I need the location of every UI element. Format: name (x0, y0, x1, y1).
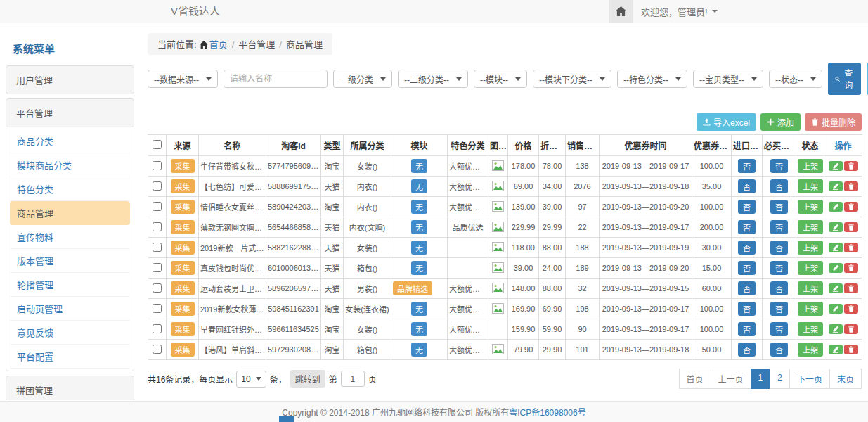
next-page-button[interactable]: 下一页 (789, 369, 830, 389)
sidebar-subitem[interactable]: 模块商品分类 (10, 153, 130, 177)
imported-toggle-button[interactable]: 否 (738, 200, 756, 214)
add-button[interactable]: 添加 (760, 113, 801, 131)
sidebar-subitem[interactable]: 商品分类 (10, 129, 130, 153)
imported-toggle-button[interactable]: 否 (738, 302, 756, 316)
status-button[interactable]: 上架 (798, 322, 823, 336)
sidebar-item[interactable]: 拼团管理 (6, 376, 134, 400)
last-page-button[interactable]: 末页 (829, 369, 862, 389)
imported-toggle-button[interactable]: 否 (738, 159, 756, 173)
page-number-button[interactable]: 2 (770, 369, 790, 389)
status-button[interactable]: 上架 (798, 241, 823, 255)
row-checkbox[interactable] (153, 202, 162, 211)
status-button[interactable]: 上架 (798, 200, 823, 214)
first-page-button[interactable]: 首页 (679, 369, 711, 389)
row-checkbox[interactable] (153, 181, 162, 191)
sidebar-item-platform[interactable]: 平台管理 (6, 98, 134, 127)
row-checkbox[interactable] (153, 283, 162, 293)
must-buy-toggle-button[interactable]: 否 (770, 302, 788, 316)
breadcrumb-home-link[interactable]: 首页 (209, 39, 228, 50)
row-checkbox[interactable] (153, 324, 162, 333)
sidebar-subitem[interactable]: 版本管理 (10, 249, 130, 273)
row-checkbox[interactable] (153, 304, 162, 313)
delete-button[interactable] (844, 202, 858, 212)
must-buy-toggle-button[interactable]: 否 (770, 220, 788, 234)
delete-button[interactable] (844, 324, 858, 334)
edit-button[interactable] (829, 181, 843, 191)
must-buy-toggle-button[interactable]: 否 (770, 241, 788, 255)
filter-select[interactable]: --模块下分类-- (533, 70, 611, 88)
status-button[interactable]: 上架 (798, 302, 823, 316)
must-buy-toggle-button[interactable]: 否 (770, 343, 788, 357)
filter-select[interactable]: --二级分类-- (398, 70, 468, 88)
edit-button[interactable] (829, 243, 843, 252)
must-buy-toggle-button[interactable]: 否 (770, 281, 788, 295)
filter-select-data-source[interactable]: --数据来源-- (148, 70, 218, 88)
delete-button[interactable] (844, 243, 858, 252)
status-button[interactable]: 上架 (798, 281, 823, 295)
jump-page-input[interactable] (341, 371, 365, 387)
must-buy-toggle-button[interactable]: 否 (770, 159, 788, 173)
delete-button[interactable] (844, 222, 858, 232)
filter-select[interactable]: 一级分类 (333, 70, 392, 88)
imported-toggle-button[interactable]: 否 (738, 179, 756, 193)
row-checkbox[interactable] (153, 161, 162, 170)
delete-button[interactable] (844, 181, 858, 191)
status-button[interactable]: 上架 (798, 261, 823, 275)
must-buy-toggle-button[interactable]: 否 (770, 179, 788, 193)
delete-button[interactable] (844, 304, 858, 314)
per-page-select[interactable]: 10 (236, 371, 266, 388)
delete-button[interactable] (844, 263, 858, 273)
imported-toggle-button[interactable]: 否 (738, 281, 756, 295)
must-buy-toggle-button[interactable]: 否 (770, 200, 788, 214)
edit-button[interactable] (829, 263, 843, 273)
sidebar-subitem[interactable]: 轮播管理 (10, 273, 130, 297)
imported-toggle-button[interactable]: 否 (738, 343, 756, 357)
sidebar-subitem[interactable]: 启动页管理 (10, 297, 130, 321)
must-buy-toggle-button[interactable]: 否 (770, 261, 788, 275)
status-button[interactable]: 上架 (798, 343, 823, 357)
import-excel-button[interactable]: 导入excel (697, 113, 756, 131)
edit-button[interactable] (829, 222, 843, 232)
sidebar-subitem[interactable]: 商品管理 (10, 201, 130, 225)
edit-button[interactable] (829, 345, 843, 354)
page-number-button[interactable]: 1 (751, 369, 771, 389)
icp-link[interactable]: 粤ICP备16098006号 (509, 406, 585, 418)
row-checkbox[interactable] (153, 345, 162, 354)
sidebar-subitem[interactable]: 平台配置 (10, 345, 130, 369)
home-button[interactable] (609, 0, 633, 23)
edit-button[interactable] (829, 324, 843, 334)
jump-button[interactable]: 跳转到 (290, 370, 325, 388)
batch-delete-button[interactable]: 批量删除 (805, 113, 862, 131)
must-buy-toggle-button[interactable]: 否 (770, 322, 788, 336)
delete-button[interactable] (844, 161, 858, 171)
sidebar-subitem[interactable]: 意见反馈 (10, 321, 130, 345)
edit-button[interactable] (829, 304, 843, 314)
status-button[interactable]: 上架 (798, 159, 823, 173)
filter-select[interactable]: --特色分类-- (617, 70, 687, 88)
edit-button[interactable] (829, 202, 843, 212)
imported-toggle-button[interactable]: 否 (738, 261, 756, 275)
row-checkbox[interactable] (153, 243, 162, 252)
filter-select[interactable]: --宝贝类型-- (693, 70, 763, 88)
sidebar-subitem[interactable]: 特色分类 (10, 177, 130, 201)
sidebar-item[interactable]: 用户管理 (6, 65, 134, 94)
search-button[interactable]: 查询 (828, 63, 861, 95)
status-button[interactable]: 上架 (798, 220, 823, 234)
row-checkbox[interactable] (153, 263, 162, 272)
prev-page-button[interactable]: 上一页 (711, 369, 751, 389)
imported-toggle-button[interactable]: 否 (738, 322, 756, 336)
imported-toggle-button[interactable]: 否 (738, 241, 756, 255)
edit-button[interactable] (829, 283, 843, 293)
row-checkbox[interactable] (153, 222, 162, 231)
delete-button[interactable] (844, 283, 858, 293)
filter-select[interactable]: --模块-- (474, 70, 527, 88)
sidebar-subitem[interactable]: 宣传物料 (10, 225, 130, 249)
delete-button[interactable] (844, 345, 858, 354)
edit-button[interactable] (829, 161, 843, 171)
user-menu[interactable]: 欢迎您，管理员! (633, 0, 726, 23)
name-search-input[interactable] (224, 70, 328, 88)
status-button[interactable]: 上架 (798, 179, 823, 193)
imported-toggle-button[interactable]: 否 (738, 220, 756, 234)
select-all-checkbox[interactable] (153, 140, 162, 149)
filter-select[interactable]: --状态-- (769, 70, 822, 88)
